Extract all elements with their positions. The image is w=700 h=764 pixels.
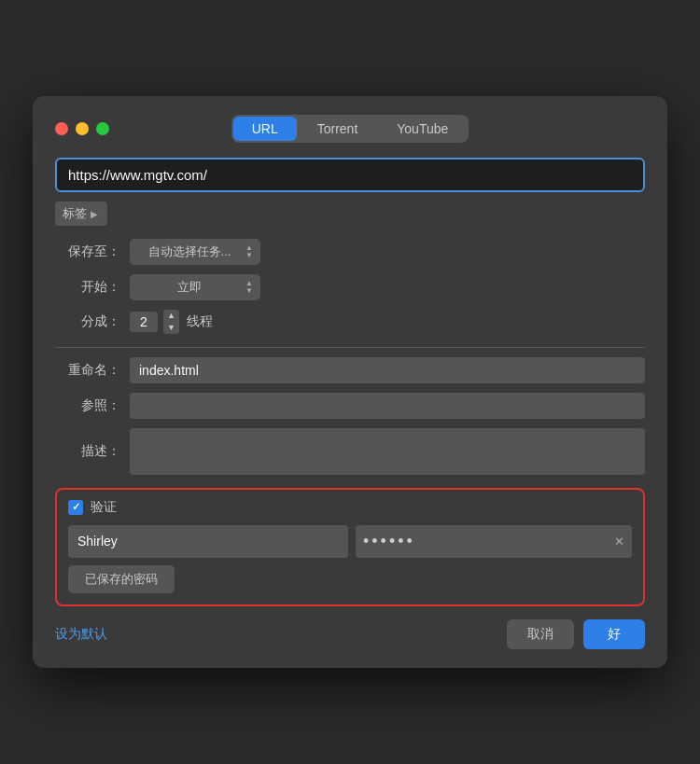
form-section-2: 重命名： 参照： 描述： <box>55 357 645 475</box>
desc-textarea[interactable] <box>130 428 645 475</box>
auth-header: ✓ 验证 <box>68 499 632 516</box>
tab-torrent[interactable]: Torrent <box>299 117 377 141</box>
form-row-desc: 描述： <box>55 428 645 475</box>
stepper-up-button[interactable]: ▲ <box>163 310 179 322</box>
desc-control <box>130 428 645 475</box>
ok-button[interactable]: 好 <box>583 619 645 649</box>
dialog-container: URL Torrent YouTube 标签 ▶ 保存至： 自动选择任务... … <box>33 96 667 668</box>
traffic-light-yellow[interactable] <box>76 122 89 135</box>
form-row-split: 分成： 2 ▲ ▼ 线程 <box>55 310 645 334</box>
auth-username-input[interactable] <box>68 525 348 558</box>
divider <box>55 347 645 348</box>
start-arrows-icon: ▲▼ <box>245 280 253 295</box>
tab-url[interactable]: URL <box>233 117 297 141</box>
stepper-wrap: 2 ▲ ▼ <box>130 310 179 334</box>
auth-fields: ✕ <box>68 525 632 558</box>
url-input-wrapper <box>55 158 645 192</box>
traffic-light-green[interactable] <box>96 122 109 135</box>
form-row-start: 开始： 立即 ▲▼ <box>55 274 645 300</box>
desc-label: 描述： <box>55 443 130 460</box>
rename-input[interactable] <box>130 357 645 383</box>
auth-password-wrap: ✕ <box>356 525 632 558</box>
start-select[interactable]: 立即 ▲▼ <box>130 274 260 300</box>
set-default-button[interactable]: 设为默认 <box>55 626 107 643</box>
auth-checkbox[interactable]: ✓ <box>68 500 83 515</box>
tag-button[interactable]: 标签 ▶ <box>55 201 107 226</box>
form-row-rename: 重命名： <box>55 357 645 383</box>
stepper-down-button[interactable]: ▼ <box>163 322 179 334</box>
title-bar: URL Torrent YouTube <box>55 115 645 143</box>
ref-label: 参照： <box>55 397 130 414</box>
save-to-label: 保存至： <box>55 243 130 260</box>
form-section: 保存至： 自动选择任务... ▲▼ 开始： 立即 ▲▼ 分成： <box>55 239 645 334</box>
tab-group: URL Torrent YouTube <box>231 115 469 143</box>
stepper-value: 2 <box>130 312 158 332</box>
tag-row: 标签 ▶ <box>55 201 645 226</box>
ref-control <box>130 393 645 419</box>
cancel-button[interactable]: 取消 <box>507 619 574 649</box>
rename-label: 重命名： <box>55 362 130 379</box>
form-row-save-to: 保存至： 自动选择任务... ▲▼ <box>55 239 645 265</box>
save-to-select[interactable]: 自动选择任务... ▲▼ <box>130 239 260 265</box>
start-control: 立即 ▲▼ <box>130 274 645 300</box>
tab-youtube[interactable]: YouTube <box>378 117 467 141</box>
tag-label: 标签 <box>63 205 87 222</box>
start-label: 开始： <box>55 279 130 296</box>
traffic-light-red[interactable] <box>55 122 68 135</box>
stepper-buttons: ▲ ▼ <box>163 310 179 334</box>
save-to-value: 自动选择任务... <box>137 243 242 260</box>
auth-password-input[interactable] <box>363 525 614 558</box>
form-row-ref: 参照： <box>55 393 645 419</box>
thread-label: 线程 <box>187 313 213 330</box>
url-input[interactable] <box>55 158 645 192</box>
save-to-arrows-icon: ▲▼ <box>245 244 253 259</box>
split-control: 2 ▲ ▼ 线程 <box>130 310 645 334</box>
ref-input[interactable] <box>130 393 645 419</box>
tag-arrow-icon: ▶ <box>91 209 98 219</box>
start-value: 立即 <box>137 279 242 296</box>
auth-label: 验证 <box>91 499 117 516</box>
auth-section: ✓ 验证 ✕ 已保存的密码 <box>55 488 645 606</box>
bottom-bar: 设为默认 取消 好 <box>55 619 645 649</box>
rename-control <box>130 357 645 383</box>
auth-clear-button[interactable]: ✕ <box>614 535 624 548</box>
split-label: 分成： <box>55 313 130 330</box>
bottom-right-buttons: 取消 好 <box>507 619 645 649</box>
traffic-lights <box>55 122 109 135</box>
checkbox-check-icon: ✓ <box>72 501 80 513</box>
saved-password-button[interactable]: 已保存的密码 <box>68 565 175 593</box>
save-to-control: 自动选择任务... ▲▼ <box>130 239 645 265</box>
